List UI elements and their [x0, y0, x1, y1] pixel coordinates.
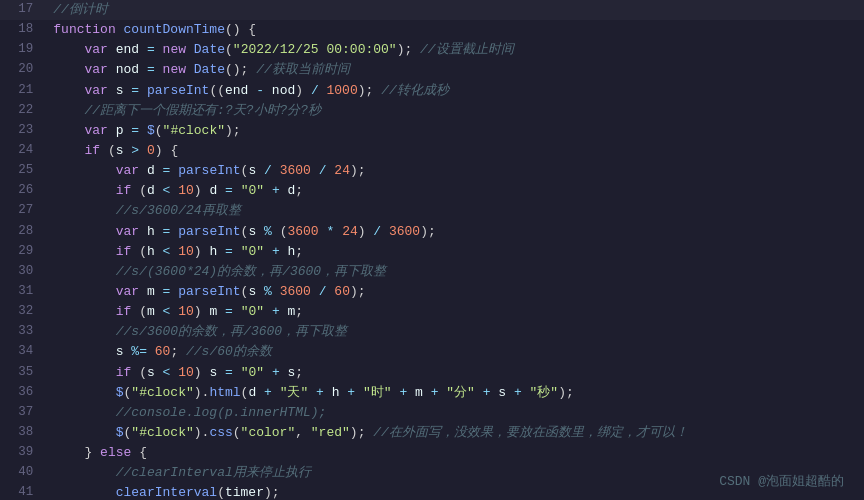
line-content: $("#clock").css("color", "red"); //在外面写，… [45, 423, 864, 443]
line-content: var nod = new Date(); //获取当前时间 [45, 60, 864, 80]
line-number: 23 [0, 121, 45, 141]
table-row: 19 var end = new Date("2022/12/25 00:00:… [0, 40, 864, 60]
table-row: 24 if (s > 0) { [0, 141, 864, 161]
line-content: //距离下一个假期还有:?天?小时?分?秒 [45, 101, 864, 121]
table-row: 21 var s = parseInt((end - nod) / 1000);… [0, 81, 864, 101]
code-table: 17//倒计时18function countDownTime() {19 va… [0, 0, 864, 500]
line-content: if (d < 10) d = "0" + d; [45, 181, 864, 201]
table-row: 31 var m = parseInt(s % 3600 / 60); [0, 282, 864, 302]
line-number: 30 [0, 262, 45, 282]
table-row: 28 var h = parseInt(s % (3600 * 24) / 36… [0, 222, 864, 242]
line-number: 24 [0, 141, 45, 161]
line-number: 28 [0, 222, 45, 242]
watermark: CSDN @泡面姐超酷的 [719, 472, 844, 490]
line-number: 33 [0, 322, 45, 342]
line-number: 37 [0, 403, 45, 423]
line-number: 41 [0, 483, 45, 500]
table-row: 18function countDownTime() { [0, 20, 864, 40]
line-content: var p = $("#clock"); [45, 121, 864, 141]
line-content: function countDownTime() { [45, 20, 864, 40]
line-number: 17 [0, 0, 45, 20]
line-content: var d = parseInt(s / 3600 / 24); [45, 161, 864, 181]
line-number: 19 [0, 40, 45, 60]
table-row: 17//倒计时 [0, 0, 864, 20]
line-number: 36 [0, 383, 45, 403]
table-row: 32 if (m < 10) m = "0" + m; [0, 302, 864, 322]
line-content: $("#clock").html(d + "天" + h + "时" + m +… [45, 383, 864, 403]
line-number: 18 [0, 20, 45, 40]
line-number: 34 [0, 342, 45, 362]
line-content: //倒计时 [45, 0, 864, 20]
table-row: 22 //距离下一个假期还有:?天?小时?分?秒 [0, 101, 864, 121]
line-number: 26 [0, 181, 45, 201]
table-row: 34 s %= 60; //s/60的余数 [0, 342, 864, 362]
line-number: 27 [0, 201, 45, 221]
line-content: if (s < 10) s = "0" + s; [45, 363, 864, 383]
line-number: 22 [0, 101, 45, 121]
table-row: 20 var nod = new Date(); //获取当前时间 [0, 60, 864, 80]
line-content: var m = parseInt(s % 3600 / 60); [45, 282, 864, 302]
line-content: //s/(3600*24)的余数，再/3600，再下取整 [45, 262, 864, 282]
line-content: var end = new Date("2022/12/25 00:00:00"… [45, 40, 864, 60]
line-content: //console.log(p.innerHTML); [45, 403, 864, 423]
line-content: var s = parseInt((end - nod) / 1000); //… [45, 81, 864, 101]
table-row: 39 } else { [0, 443, 864, 463]
line-number: 20 [0, 60, 45, 80]
table-row: 29 if (h < 10) h = "0" + h; [0, 242, 864, 262]
table-row: 30 //s/(3600*24)的余数，再/3600，再下取整 [0, 262, 864, 282]
line-number: 38 [0, 423, 45, 443]
table-row: 37 //console.log(p.innerHTML); [0, 403, 864, 423]
table-row: 35 if (s < 10) s = "0" + s; [0, 363, 864, 383]
table-row: 33 //s/3600的余数，再/3600，再下取整 [0, 322, 864, 342]
line-number: 21 [0, 81, 45, 101]
line-content: var h = parseInt(s % (3600 * 24) / 3600)… [45, 222, 864, 242]
line-number: 29 [0, 242, 45, 262]
line-content: } else { [45, 443, 864, 463]
line-number: 39 [0, 443, 45, 463]
table-row: 23 var p = $("#clock"); [0, 121, 864, 141]
code-editor: 17//倒计时18function countDownTime() {19 va… [0, 0, 864, 500]
line-content: if (m < 10) m = "0" + m; [45, 302, 864, 322]
line-content: if (s > 0) { [45, 141, 864, 161]
table-row: 25 var d = parseInt(s / 3600 / 24); [0, 161, 864, 181]
line-number: 25 [0, 161, 45, 181]
line-content: s %= 60; //s/60的余数 [45, 342, 864, 362]
table-row: 27 //s/3600/24再取整 [0, 201, 864, 221]
line-content: //s/3600的余数，再/3600，再下取整 [45, 322, 864, 342]
table-row: 26 if (d < 10) d = "0" + d; [0, 181, 864, 201]
line-content: if (h < 10) h = "0" + h; [45, 242, 864, 262]
line-number: 31 [0, 282, 45, 302]
line-number: 32 [0, 302, 45, 322]
table-row: 36 $("#clock").html(d + "天" + h + "时" + … [0, 383, 864, 403]
line-number: 40 [0, 463, 45, 483]
table-row: 38 $("#clock").css("color", "red"); //在外… [0, 423, 864, 443]
line-content: //s/3600/24再取整 [45, 201, 864, 221]
line-number: 35 [0, 363, 45, 383]
